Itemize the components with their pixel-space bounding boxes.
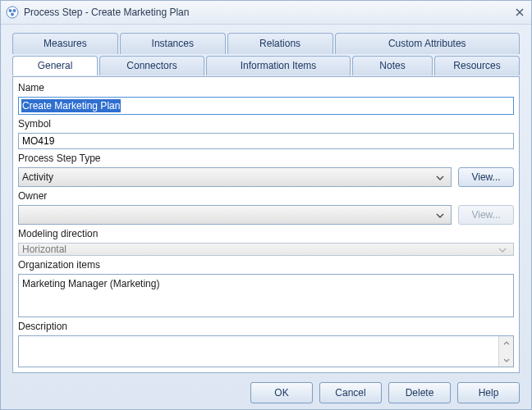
name-input-selection: Create Marketing Plan: [21, 99, 121, 112]
tab-custom-attributes[interactable]: Custom Attributes: [335, 33, 520, 54]
organization-items-value: Marketing Manager (Marketing): [22, 278, 159, 289]
symbol-label: Symbol: [18, 118, 514, 130]
modeling-direction-label: Modeling direction: [18, 228, 514, 239]
owner-select[interactable]: [18, 205, 452, 225]
button-label: View...: [471, 209, 500, 221]
delete-button[interactable]: Delete: [388, 382, 451, 403]
owner-view-button: View...: [458, 205, 514, 225]
tab-notes[interactable]: Notes: [352, 56, 433, 75]
tab-label: Custom Attributes: [388, 38, 466, 49]
button-label: Help: [479, 387, 499, 399]
name-input[interactable]: Create Marketing Plan: [18, 97, 514, 115]
svg-point-0: [7, 7, 18, 18]
tab-label: Resources: [453, 60, 500, 71]
modeling-direction-select: Horizontal: [18, 243, 514, 256]
svg-point-2: [13, 9, 16, 12]
scroll-down-icon[interactable]: [499, 353, 513, 367]
tab-label: General: [38, 60, 73, 71]
ok-button[interactable]: OK: [250, 382, 313, 403]
cancel-button[interactable]: Cancel: [319, 382, 382, 403]
tab-strip: Measures Instances Relations Custom Attr…: [12, 33, 520, 77]
tab-connectors[interactable]: Connectors: [99, 56, 204, 75]
process-step-type-value: Activity: [22, 171, 433, 183]
svg-point-1: [9, 9, 12, 12]
description-textarea[interactable]: [19, 336, 498, 367]
tab-label: Measures: [44, 38, 87, 49]
tab-relations[interactable]: Relations: [227, 33, 333, 54]
tab-row-1: Measures Instances Relations Custom Attr…: [12, 33, 520, 54]
titlebar: Process Step - Create Marketing Plan: [1, 1, 531, 25]
button-label: Delete: [406, 387, 434, 399]
button-label: View...: [471, 171, 500, 183]
window-title: Process Step - Create Marketing Plan: [24, 7, 513, 18]
close-icon[interactable]: [513, 6, 526, 19]
help-button[interactable]: Help: [457, 382, 520, 403]
content-area: Measures Instances Relations Custom Attr…: [1, 25, 531, 376]
button-label: Cancel: [335, 387, 365, 399]
button-label: OK: [274, 387, 288, 399]
tab-label: Relations: [259, 38, 300, 49]
process-step-type-select[interactable]: Activity: [18, 167, 452, 187]
chevron-down-icon: [433, 209, 447, 221]
description-label: Description: [18, 321, 514, 332]
scrollbar[interactable]: [498, 336, 513, 367]
dialog-button-bar: OK Cancel Delete Help: [1, 376, 531, 409]
svg-point-3: [11, 13, 14, 16]
tab-label: Notes: [379, 60, 405, 71]
tab-row-2: General Connectors Information Items Not…: [12, 56, 520, 75]
chevron-down-icon: [433, 171, 447, 183]
organization-items-list[interactable]: Marketing Manager (Marketing): [18, 274, 514, 317]
tab-label: Connectors: [126, 60, 177, 71]
tab-measures[interactable]: Measures: [12, 33, 118, 54]
description-field-wrapper: [18, 335, 514, 367]
general-panel: Name Create Marketing Plan Symbol Proces…: [12, 76, 520, 373]
owner-label: Owner: [18, 190, 514, 202]
scroll-up-icon[interactable]: [499, 336, 513, 349]
tab-general[interactable]: General: [12, 56, 98, 75]
app-icon: [6, 6, 19, 19]
tab-information-items[interactable]: Information Items: [206, 56, 351, 75]
symbol-input[interactable]: [18, 133, 514, 149]
process-step-type-label: Process Step Type: [18, 153, 514, 164]
chevron-down-icon: [495, 244, 510, 255]
tab-label: Information Items: [241, 60, 317, 71]
tab-resources[interactable]: Resources: [434, 56, 520, 75]
tab-label: Instances: [152, 38, 194, 49]
dialog-window: Process Step - Create Marketing Plan Mea…: [0, 0, 532, 410]
name-label: Name: [18, 82, 514, 93]
organization-items-label: Organization items: [18, 259, 514, 271]
tab-instances[interactable]: Instances: [120, 33, 226, 54]
modeling-direction-value: Horizontal: [22, 244, 495, 255]
process-step-type-view-button[interactable]: View...: [458, 167, 514, 187]
